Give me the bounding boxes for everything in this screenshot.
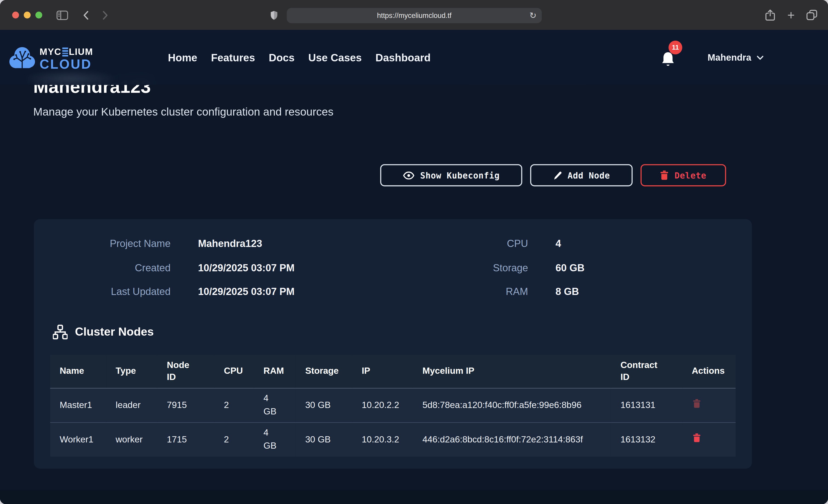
logo-e-glyph [62,48,68,56]
cell-ip: 10.20.3.2 [352,422,413,456]
project-card: Project Name Mahendra123 Created 10/29/2… [34,219,752,469]
nav-item-home[interactable]: Home [168,51,197,64]
table-row: Master1 leader 7915 2 4 GB 30 GB 10.20.2… [50,388,736,422]
trash-icon [660,170,669,180]
page-footer-band [0,490,828,504]
user-name: Mahendra [708,52,751,63]
created-label: Created [53,260,170,275]
reload-icon[interactable]: ↻ [530,8,537,23]
col-mycelium-ip: Mycelium IP [413,355,611,388]
logo-suffix: LIUM [69,47,93,56]
delete-node-button-disabled[interactable] [693,400,701,410]
cpu-label: CPU [454,237,528,251]
notifications-button[interactable]: 11 [661,45,685,72]
back-button[interactable] [80,0,91,30]
cell-storage: 30 GB [296,422,352,456]
forward-button[interactable] [100,0,110,30]
new-tab-icon[interactable]: + [785,0,797,30]
site-viewport: Mahendra123 Manage your Kubernetes clust… [0,30,828,504]
project-info-right: CPU 4 Storage 60 GB RAM 8 GB [454,237,584,299]
screenshot-stage: https://myceliumcloud.tf ↻ + Mahendra123… [0,0,828,504]
browser-toolbar: https://myceliumcloud.tf ↻ + [0,0,828,30]
nodes-table: Name Type Node ID CPU RAM Storage IP Myc… [50,355,736,456]
ram-value: 8 GB [555,285,584,299]
created-value: 10/29/2025 03:07 PM [198,260,295,275]
show-kubeconfig-label: Show Kubeconfig [420,170,500,180]
nav-item-dashboard[interactable]: Dashboard [375,51,431,64]
trash-icon [693,399,701,408]
address-bar[interactable]: https://myceliumcloud.tf ↻ [287,8,542,23]
notification-badge: 11 [668,41,682,54]
logo-text: MYCLIUM CLOUD [40,47,93,71]
nav-item-features[interactable]: Features [211,51,255,64]
url-text: https://myceliumcloud.tf [377,11,452,19]
col-storage: Storage [296,355,352,388]
delete-cluster-button[interactable]: Delete [640,164,726,186]
add-node-button[interactable]: Add Node [530,164,633,186]
col-contract-id: Contract ID [611,355,682,388]
traffic-lights [12,12,42,18]
last-updated-value: 10/29/2025 03:07 PM [198,285,295,299]
cell-type: worker [106,422,157,456]
cluster-nodes-title: Cluster Nodes [75,325,154,339]
project-name-value: Mahendra123 [198,237,295,251]
cell-mycelium-ip: 446:d2a6:8bcd:8c16:ff0f:72e2:3114:863f [413,422,611,456]
storage-label: Storage [454,260,528,275]
col-name: Name [50,355,106,388]
share-icon[interactable] [764,0,776,30]
minimize-window-button[interactable] [24,12,31,18]
network-topology-icon [53,325,68,339]
col-ram: RAM [254,355,296,388]
eye-icon [403,171,415,179]
close-window-button[interactable] [12,12,19,18]
macos-browser-window: https://myceliumcloud.tf ↻ + Mahendra123… [0,0,828,504]
main-nav: Home Features Docs Use Cases Dashboard [168,30,431,85]
cluster-nodes-heading: Cluster Nodes [53,325,154,339]
show-kubeconfig-button[interactable]: Show Kubeconfig [380,164,522,186]
cluster-actions: Show Kubeconfig Add Node Delete [380,164,726,186]
col-cpu: CPU [214,355,254,388]
add-node-label: Add Node [568,170,610,180]
cell-name: Master1 [50,388,106,422]
project-name-label: Project Name [53,237,170,251]
cell-type: leader [106,388,157,422]
table-row: Worker1 worker 1715 2 4 GB 30 GB 10.20.3… [50,422,736,456]
cell-contract-id: 1613132 [611,422,682,456]
nav-item-use-cases[interactable]: Use Cases [308,51,362,64]
cell-actions [682,422,736,456]
cell-ip: 10.20.2.2 [352,388,413,422]
cell-storage: 30 GB [296,388,352,422]
site-header: MYCLIUM CLOUD Home Features Docs Use Cas… [0,30,828,85]
pencil-icon [553,171,562,180]
cell-node-id: 7915 [157,388,214,422]
logo-wordmark-cloud: CLOUD [40,58,93,71]
cell-name: Worker1 [50,422,106,456]
mycelium-cloud-logo[interactable]: MYCLIUM CLOUD [8,46,93,72]
nav-item-docs[interactable]: Docs [268,51,294,64]
tab-overview-icon[interactable] [805,0,819,30]
sidebar-toggle-icon[interactable] [55,0,70,30]
delete-label: Delete [674,170,706,180]
project-info-left: Project Name Mahendra123 Created 10/29/2… [53,237,295,299]
delete-node-button[interactable] [693,434,701,444]
ram-label: RAM [454,285,528,299]
cell-cpu: 2 [214,422,254,456]
storage-value: 60 GB [555,260,584,275]
user-menu[interactable]: Mahendra [708,30,763,85]
cpu-value: 4 [555,237,584,251]
privacy-shield-icon[interactable] [268,0,280,30]
col-node-id: Node ID [157,355,214,388]
bell-icon [662,52,674,63]
zoom-window-button[interactable] [35,12,42,18]
col-actions: Actions [682,355,736,388]
cell-ram: 4 GB [254,422,296,456]
page-subtitle: Manage your Kubernetes cluster configura… [33,106,333,118]
col-type: Type [106,355,157,388]
cell-node-id: 1715 [157,422,214,456]
col-ip: IP [352,355,413,388]
last-updated-label: Last Updated [53,285,170,299]
cell-cpu: 2 [214,388,254,422]
cell-actions [682,388,736,422]
trash-icon [693,433,701,442]
cell-mycelium-ip: 5d8:78ea:a120:f40c:ff0f:a5fe:99e6:8b96 [413,388,611,422]
